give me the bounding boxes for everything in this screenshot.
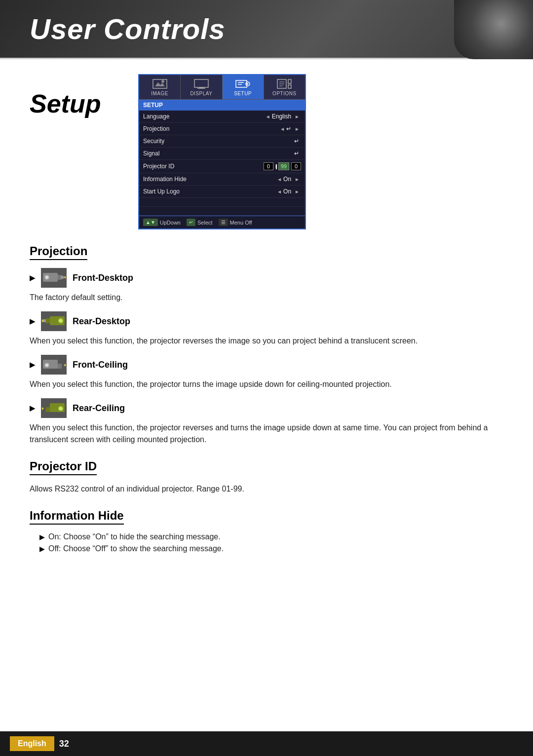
svg-rect-24 bbox=[46, 318, 50, 323]
footer-language: English bbox=[10, 736, 54, 751]
svg-point-2 bbox=[161, 80, 164, 83]
setup-label: Setup bbox=[30, 89, 118, 118]
page-header: User Controls bbox=[0, 0, 533, 59]
svg-point-10 bbox=[247, 83, 249, 85]
osd-tab-options[interactable]: OPTIONS bbox=[264, 75, 305, 99]
front-desktop-icon bbox=[41, 268, 67, 288]
svg-rect-30 bbox=[58, 364, 62, 369]
osd-id-right-val: 99 bbox=[278, 162, 289, 170]
osd-tab-setup-label: SETUP bbox=[234, 91, 252, 96]
svg-rect-3 bbox=[194, 79, 208, 87]
osd-language-label: Language bbox=[143, 113, 264, 120]
page-title: User Controls bbox=[30, 12, 226, 45]
lens-decoration bbox=[454, 0, 533, 59]
rear-ceiling-desc: When you select this function, the proje… bbox=[30, 422, 503, 446]
osd-info-hide-value: On bbox=[283, 176, 291, 183]
information-hide-title: Information Hide bbox=[30, 509, 124, 525]
front-ceiling-desc: When you select this function, the proje… bbox=[30, 378, 503, 390]
svg-marker-38 bbox=[42, 407, 44, 410]
projection-item-front-desktop: ▶ Front-Desktop bbox=[30, 268, 503, 288]
osd-language-arrow-left: ◄ bbox=[266, 114, 270, 119]
osd-security-label: Security bbox=[143, 138, 294, 145]
menu-label: Menu Off bbox=[230, 220, 252, 226]
osd-row-security[interactable]: Security ↵ bbox=[139, 135, 305, 148]
rear-ceiling-icon bbox=[41, 398, 67, 418]
osd-tab-options-label: OPTIONS bbox=[272, 91, 297, 96]
information-hide-bullets: ▶ On: Choose “On” to hide the searching … bbox=[39, 532, 503, 553]
updown-label: UpDown bbox=[160, 220, 181, 226]
svg-point-26 bbox=[59, 319, 62, 322]
projector-id-title: Projector ID bbox=[30, 459, 97, 475]
bullet-arrow-on: ▶ bbox=[39, 533, 44, 541]
osd-row-signal[interactable]: Signal ↵ bbox=[139, 148, 305, 160]
osd-id-current-val: 0 bbox=[291, 162, 301, 170]
projector-id-desc: Allows RS232 control of an individual pr… bbox=[30, 483, 503, 495]
osd-tab-image-label: IMAGE bbox=[151, 91, 168, 96]
front-desktop-desc: The factory default setting. bbox=[30, 292, 503, 303]
osd-signal-value: ↵ bbox=[294, 150, 299, 157]
projection-item-rear-ceiling: ▶ Rear-Ceiling bbox=[30, 398, 503, 418]
osd-tab-display-label: DISPLAY bbox=[190, 91, 212, 96]
osd-startup-value: On bbox=[283, 188, 291, 195]
info-hide-on-text: On: Choose “On” to hide the searching me… bbox=[48, 532, 221, 541]
osd-row-info-hide[interactable]: Information Hide ◄ On ► bbox=[139, 173, 305, 186]
osd-row-startup-logo[interactable]: Start Up Logo ◄ On ► bbox=[139, 186, 305, 198]
osd-signal-label: Signal bbox=[143, 150, 294, 157]
bullet-arrow-off: ▶ bbox=[39, 545, 44, 553]
osd-id-left-val: 0 bbox=[264, 162, 273, 170]
osd-row-projector-id[interactable]: Projector ID 0 99 0 bbox=[139, 160, 305, 173]
osd-security-value: ↵ bbox=[294, 138, 299, 145]
osd-footer-select: ↵ Select bbox=[187, 219, 213, 226]
updown-key: ▲▼ bbox=[143, 219, 158, 226]
front-ceiling-label: Front-Ceiling bbox=[73, 360, 128, 370]
info-hide-off-text: Off: Choose “Off” to show the searching … bbox=[48, 544, 224, 553]
osd-tab-setup[interactable]: SETUP bbox=[223, 75, 264, 99]
osd-footer: ▲▼ UpDown ↵ Select ☰ Menu Off bbox=[139, 216, 305, 228]
osd-projector-id-control: 0 99 0 bbox=[264, 162, 301, 170]
info-hide-bullet-on: ▶ On: Choose “On” to hide the searching … bbox=[39, 532, 503, 541]
rear-desktop-arrow: ▶ bbox=[30, 317, 35, 325]
svg-rect-0 bbox=[153, 79, 167, 88]
osd-menu: IMAGE DISPLAY bbox=[138, 74, 306, 229]
svg-point-20 bbox=[45, 276, 48, 279]
front-desktop-label: Front-Desktop bbox=[73, 273, 133, 283]
osd-projection-value: ↵ bbox=[286, 125, 291, 132]
osd-tab-display[interactable]: DISPLAY bbox=[181, 75, 222, 99]
menu-key: ☰ bbox=[219, 219, 228, 226]
rear-desktop-desc: When you select this function, the proje… bbox=[30, 335, 503, 347]
osd-info-hide-arrow-right: ► bbox=[295, 177, 300, 182]
osd-tabs: IMAGE DISPLAY bbox=[139, 75, 305, 100]
projection-item-front-ceiling: ▶ Front-Ceiling bbox=[30, 355, 503, 375]
svg-rect-6 bbox=[236, 80, 247, 87]
front-ceiling-arrow: ▶ bbox=[30, 361, 35, 369]
osd-row-language[interactable]: Language ◄ English ► bbox=[139, 111, 305, 123]
svg-marker-33 bbox=[64, 364, 66, 367]
select-label: Select bbox=[197, 220, 213, 226]
svg-point-32 bbox=[45, 364, 48, 367]
svg-rect-13 bbox=[288, 85, 291, 88]
svg-rect-12 bbox=[288, 79, 291, 83]
osd-empty-row-2 bbox=[139, 207, 305, 216]
svg-marker-22 bbox=[64, 276, 66, 279]
rear-ceiling-arrow: ▶ bbox=[30, 404, 35, 412]
osd-empty-row-1 bbox=[139, 198, 305, 207]
osd-tab-image[interactable]: IMAGE bbox=[139, 75, 181, 99]
osd-footer-updown: ▲▼ UpDown bbox=[143, 219, 181, 226]
rear-desktop-label: Rear-Desktop bbox=[73, 316, 130, 327]
osd-info-hide-label: Information Hide bbox=[143, 176, 275, 183]
osd-projector-id-label: Projector ID bbox=[143, 163, 264, 170]
osd-row-projection[interactable]: Projection ◄ ↵ ► bbox=[139, 123, 305, 135]
projection-section: Projection ▶ Front-Desktop The factory d… bbox=[30, 244, 503, 446]
osd-id-marker bbox=[276, 164, 277, 169]
display-icon bbox=[193, 78, 209, 90]
osd-startup-arrow-left: ◄ bbox=[277, 189, 282, 194]
info-hide-bullet-off: ▶ Off: Choose “Off” to show the searchin… bbox=[39, 544, 503, 553]
osd-startup-logo-label: Start Up Logo bbox=[143, 188, 275, 195]
osd-footer-menu: ☰ Menu Off bbox=[219, 219, 252, 226]
options-icon bbox=[276, 78, 292, 90]
svg-point-37 bbox=[59, 407, 62, 410]
osd-language-value: English bbox=[272, 113, 291, 120]
front-ceiling-icon bbox=[41, 355, 67, 375]
information-hide-section: Information Hide ▶ On: Choose “On” to hi… bbox=[30, 509, 503, 553]
image-icon bbox=[152, 78, 168, 90]
